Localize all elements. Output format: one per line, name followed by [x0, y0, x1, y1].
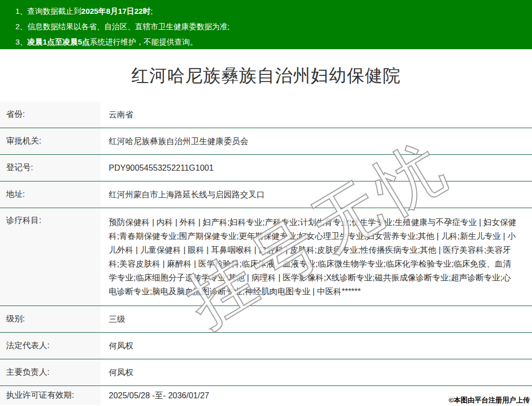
notice-line-3: 3、凌晨1点至凌晨5点系统进行维护，不能提供查询。	[15, 34, 532, 50]
row-value: 云南省	[101, 102, 532, 128]
notice-line-2: 2、信息数据结果以各省、自治区、直辖市卫生健康委数据为准;	[15, 19, 532, 34]
notice-text: 查询数据截止到	[27, 7, 81, 15]
row-label: 地址:	[0, 181, 101, 208]
notice-text-bold: 凌晨1点至凌晨5点	[27, 37, 90, 46]
row-label: 审批机关:	[0, 128, 101, 154]
row-label: 登记号:	[0, 155, 101, 181]
table-row-level: 级别: 三级	[0, 306, 532, 333]
notice-text: 信息数据结果以各省、自治区、直辖市卫生健康委数据为准;	[27, 22, 229, 31]
table-row-address: 地址: 红河州蒙自市上海路延长线与启园路交叉口	[0, 181, 532, 208]
hospital-info-table: 省份: 云南省 审批机关: 红河哈尼族彝族自治州卫生健康委员会 登记号: PDY…	[0, 102, 532, 405]
row-value: 红河哈尼族彝族自治州卫生健康委员会	[101, 128, 532, 154]
row-label: 省份:	[0, 102, 101, 128]
notice-banner: 1、查询数据截止到2025年8月17日22时; 2、信息数据结果以各省、自治区、…	[0, 0, 532, 49]
row-label: 诊疗科目:	[0, 208, 101, 306]
table-row-medical-departments: 诊疗科目: 预防保健科 | 内科 | 外科 | 妇产科;妇科专业;产科专业;计划…	[0, 208, 532, 306]
notice-number: 1、	[15, 7, 27, 15]
row-label: 主要负责人:	[0, 359, 101, 385]
table-row-province: 省份: 云南省	[0, 102, 532, 128]
page-title: 红河哈尼族彝族自治州妇幼保健院	[0, 64, 532, 88]
row-value: PDY90054553252211G1001	[101, 155, 532, 181]
row-value: 红河州蒙自市上海路延长线与启园路交叉口	[101, 181, 532, 208]
upload-credit-note: ©本图由平台注册用户上传	[449, 396, 530, 405]
row-value: 预防保健科 | 内科 | 外科 | 妇产科;妇科专业;产科专业;计划生育专业;优…	[101, 208, 532, 306]
notice-number: 2、	[15, 22, 27, 31]
row-label: 执业许可证有效期:	[0, 386, 101, 405]
table-row-registration-number: 登记号: PDY90054553252211G1001	[0, 155, 532, 181]
table-row-legal-representative: 法定代表人: 何凤权	[0, 333, 532, 359]
row-value: 何凤权	[101, 333, 532, 359]
table-row-person-in-charge: 主要负责人: 何凤权	[0, 359, 532, 386]
table-row-approval-authority: 审批机关: 红河哈尼族彝族自治州卫生健康委员会	[0, 128, 532, 155]
row-value: 三级	[101, 306, 532, 332]
row-label: 法定代表人:	[0, 333, 101, 359]
notice-text-bold: 2025年8月17日22时	[81, 7, 150, 15]
row-label: 级别:	[0, 306, 101, 332]
notice-line-1: 1、查询数据截止到2025年8月17日22时;	[15, 4, 532, 19]
notice-text: 系统进行维护，不能提供查询。	[90, 37, 198, 46]
row-value: 何凤权	[101, 359, 532, 385]
notice-text: ;	[150, 7, 152, 15]
notice-number: 3、	[15, 37, 27, 46]
